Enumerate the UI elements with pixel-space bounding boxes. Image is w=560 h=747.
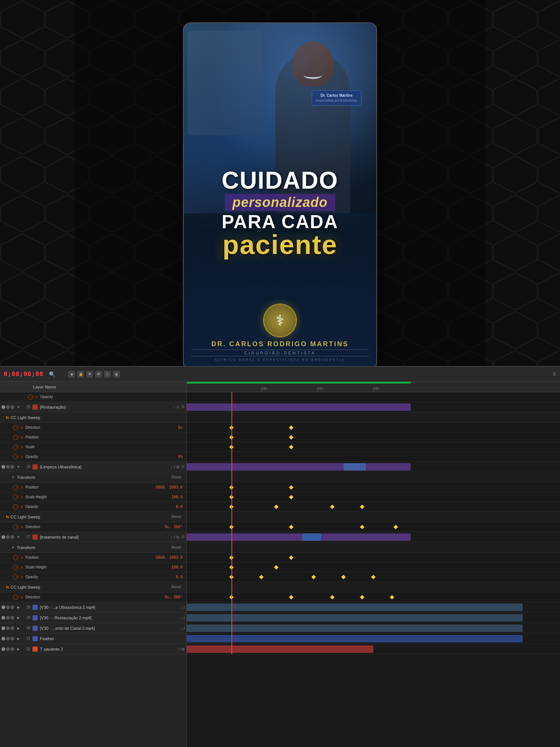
motion-toggle[interactable]: ⊹ xyxy=(104,371,111,378)
clip-26-small[interactable] xyxy=(343,463,366,471)
opacity-stopwatch-25[interactable] xyxy=(13,454,18,459)
layer-31-eye[interactable] xyxy=(1,637,5,641)
clip-30[interactable] xyxy=(187,624,523,632)
kf-pos-27-2[interactable] xyxy=(289,555,293,560)
layer-29-expand[interactable]: ▶ xyxy=(16,615,21,620)
direction-prop-27[interactable]: ⇲ Direction 0x, 360° xyxy=(0,592,186,602)
layer-25-expand[interactable]: ▼ xyxy=(16,405,21,410)
layer-25-eye[interactable] xyxy=(1,405,5,409)
opacity-prop-top[interactable]: ⇲ Opacity xyxy=(0,392,186,402)
clip-26[interactable] xyxy=(187,463,411,471)
position-prop-25[interactable]: ⇲ Position xyxy=(0,433,186,442)
layer-27-solo[interactable] xyxy=(6,535,10,539)
layer-29-lock[interactable] xyxy=(10,616,14,620)
layer-row-26[interactable]: ▼ 26 [Limpeza Ultrassônica] ♪ / fx ⚙ xyxy=(0,462,186,472)
cc-sweep-27-reset[interactable]: Reset xyxy=(171,585,181,589)
kf-dir-27-2[interactable] xyxy=(289,595,293,599)
kf-op-26-4[interactable] xyxy=(360,505,364,509)
layer-28-expand[interactable]: ▶ xyxy=(16,605,21,610)
lock-toggle[interactable]: 🔒 xyxy=(77,371,84,378)
clip-25[interactable] xyxy=(187,403,411,411)
layer-31-expand[interactable]: ▶ xyxy=(16,636,21,641)
layer-26-lock[interactable] xyxy=(10,465,14,469)
position-stopwatch-26[interactable] xyxy=(13,485,18,490)
layer-29-eye[interactable] xyxy=(1,616,5,620)
options-menu[interactable]: ☰ xyxy=(553,372,556,376)
direction-prop-25[interactable]: ⇲ Direction 0x xyxy=(0,423,186,433)
kf-dir-27-5[interactable] xyxy=(390,595,394,599)
clip-29[interactable] xyxy=(187,614,523,622)
layer-row-25[interactable]: ▼ 25 [Restauração] ♪ fx ⚙ xyxy=(0,402,186,412)
scaleheight-stopwatch-27[interactable] xyxy=(13,565,18,570)
kf-dir-26-2[interactable] xyxy=(289,525,293,529)
collapse-toggle[interactable]: ⧉ xyxy=(95,371,102,378)
transform-group-27[interactable]: ▼ Transform Reset xyxy=(0,542,186,553)
cc-sweep-26-reset[interactable]: Reset xyxy=(171,515,181,519)
timeline-tracks[interactable]: 14s 16s 18s xyxy=(187,382,560,747)
kf-op-26-2[interactable] xyxy=(274,505,278,509)
layer-row-29[interactable]: ▶ 29 [V30 - - Restauração 2.mp4] ♪ / xyxy=(0,613,186,623)
position-stopwatch-27[interactable] xyxy=(13,555,18,560)
kf-sh-26-2[interactable] xyxy=(289,495,293,499)
transform-27-expand[interactable]: ▼ xyxy=(10,545,16,550)
kf-op-27-2[interactable] xyxy=(259,575,263,579)
kf-dir-26-3[interactable] xyxy=(360,525,364,529)
shy-toggle[interactable]: 👁 xyxy=(86,371,93,378)
direction-prop-26[interactable]: ⇲ Direction 0x, 360° xyxy=(0,522,186,532)
kf-op-27-3[interactable] xyxy=(311,575,315,579)
layer-28-solo[interactable] xyxy=(6,605,10,609)
position-stopwatch-25[interactable] xyxy=(13,435,18,440)
opacity-prop-27[interactable]: ⇲ Opacity 0.0 xyxy=(0,572,186,582)
kf-scale-25-2[interactable] xyxy=(289,445,293,449)
layer-30-solo[interactable] xyxy=(6,626,10,630)
layer-row-28[interactable]: ▶ 28 [V30 - ...a Ultrassônica 2.mp4] ♪ / xyxy=(0,602,186,613)
position-prop-26[interactable]: ⇲ Position 5860, 1093.0 xyxy=(0,483,186,492)
layer-row-31[interactable]: ▶ 31 Feather xyxy=(0,633,186,644)
opacity-stopwatch-27[interactable] xyxy=(13,574,18,580)
layer-26-solo[interactable] xyxy=(6,465,10,469)
layer-25-solo[interactable] xyxy=(6,405,10,409)
adjust-toggle[interactable]: ◍ xyxy=(113,371,120,378)
layer-32-expand[interactable]: ▶ xyxy=(16,647,21,652)
kf-dir-27-4[interactable] xyxy=(360,595,364,599)
layer-30-lock[interactable] xyxy=(10,626,14,630)
scaleheight-prop-27[interactable]: ⇲ Scale Height 100.0 xyxy=(0,562,186,572)
layer-row-32[interactable]: ▶ 32 T paciente 2 / fx xyxy=(0,644,186,654)
opacity-prop-26[interactable]: ⇲ Opacity 0.0 xyxy=(0,502,186,512)
kf-op-27-5[interactable] xyxy=(371,575,375,579)
opacity-stopwatch-26[interactable] xyxy=(13,504,18,509)
kf-sh-27-2[interactable] xyxy=(274,565,278,569)
kf-op-27-4[interactable] xyxy=(341,575,345,579)
layer-31-lock[interactable] xyxy=(10,637,14,641)
direction-stopwatch-27[interactable] xyxy=(13,595,18,600)
layer-31-solo[interactable] xyxy=(6,637,10,641)
direction-stopwatch-26[interactable] xyxy=(13,524,18,530)
layer-26-eye[interactable] xyxy=(1,465,5,469)
search-icon[interactable]: 🔍 xyxy=(49,371,55,377)
layer-28-lock[interactable] xyxy=(10,605,14,609)
transform-26-expand[interactable]: ▼ xyxy=(10,475,16,480)
transform-26-reset[interactable]: Reset xyxy=(171,475,181,479)
scale-prop-25[interactable]: ⇲ Scale xyxy=(0,442,186,452)
layer-30-eye[interactable] xyxy=(1,626,5,630)
clip-27[interactable] xyxy=(187,533,411,541)
clip-31[interactable] xyxy=(187,635,523,642)
layer-27-expand[interactable]: ▼ xyxy=(16,534,21,540)
kf-position-25-2[interactable] xyxy=(289,435,293,439)
direction-stopwatch-25[interactable] xyxy=(13,425,18,430)
fx-row-cc-26[interactable]: fx CC Light Sweep Reset xyxy=(0,512,186,522)
kf-direction-25-2[interactable] xyxy=(289,425,293,430)
opacity-prop-25[interactable]: ⇲ Opacity 0% xyxy=(0,452,186,462)
layer-30-expand[interactable]: ▶ xyxy=(16,626,21,631)
layer-row-30[interactable]: ▶ 30 [V30 - ...ento de Canal 2.mp4] ♪ / xyxy=(0,623,186,633)
playhead[interactable] xyxy=(231,392,232,654)
fx-row-cc-27[interactable]: fx CC Light Sweep Reset xyxy=(0,582,186,592)
kf-op-26-3[interactable] xyxy=(330,505,334,509)
transform-27-reset[interactable]: Reset xyxy=(171,545,181,549)
layer-32-lock[interactable] xyxy=(10,647,14,651)
scaleheight-prop-26[interactable]: ⇲ Scale Height 100.0 xyxy=(0,492,186,502)
layer-28-eye[interactable] xyxy=(1,605,5,609)
scale-stopwatch-25[interactable] xyxy=(13,444,18,450)
solo-toggle[interactable]: ◈ xyxy=(68,371,75,378)
layer-27-eye[interactable] xyxy=(1,535,5,539)
